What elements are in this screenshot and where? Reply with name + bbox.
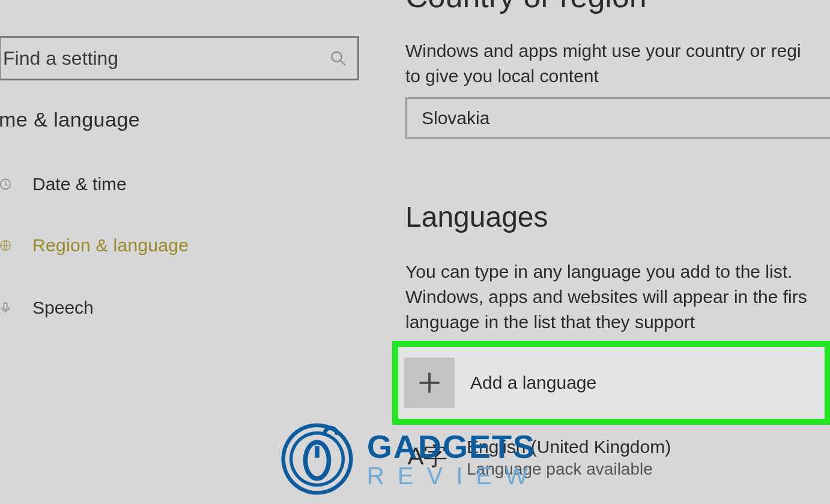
main-content: Country or region Windows and apps might… <box>405 0 830 504</box>
add-language-label: Add a language <box>470 373 596 393</box>
add-language-button[interactable]: Add a language <box>392 341 830 425</box>
nav-label-speech: Speech <box>32 298 94 318</box>
languages-section-title: Languages <box>405 200 548 233</box>
nav-label-region: Region & language <box>32 235 189 256</box>
plus-icon-box <box>404 358 455 408</box>
language-entry[interactable]: A字 English (United Kingdom) Language pac… <box>405 437 671 479</box>
languages-description: You can type in any language you add to … <box>405 259 830 335</box>
search-icon <box>330 50 347 67</box>
home-label: Home <box>28 0 79 4</box>
nav-label-date: Date & time <box>32 174 127 194</box>
clock-icon <box>0 176 12 193</box>
country-dropdown[interactable]: Slovakia <box>405 97 830 139</box>
plus-icon <box>416 370 443 396</box>
mic-icon <box>0 299 12 316</box>
search-input[interactable] <box>3 47 303 70</box>
language-subtitle: Language pack available <box>467 460 671 479</box>
region-description: Windows and apps might use your country … <box>405 38 830 89</box>
svg-line-1 <box>341 61 345 65</box>
sidebar: Home me & language Date & time Region & … <box>0 0 372 504</box>
language-name: English (United Kingdom) <box>467 437 671 457</box>
country-value: Slovakia <box>422 108 489 128</box>
nav-item-region-language[interactable]: Region & language <box>0 232 359 259</box>
globe-icon <box>0 237 12 254</box>
svg-rect-4 <box>4 303 7 310</box>
nav-item-date-time[interactable]: Date & time <box>0 170 359 198</box>
region-section-title: Country or region <box>405 0 647 14</box>
nav-item-speech[interactable]: Speech <box>0 294 359 322</box>
search-box[interactable] <box>0 36 359 80</box>
home-link[interactable]: Home <box>0 0 79 4</box>
language-glyph-icon: A字 <box>405 437 450 475</box>
home-icon <box>0 0 16 1</box>
svg-point-0 <box>332 52 342 62</box>
category-header: me & language <box>0 108 140 131</box>
